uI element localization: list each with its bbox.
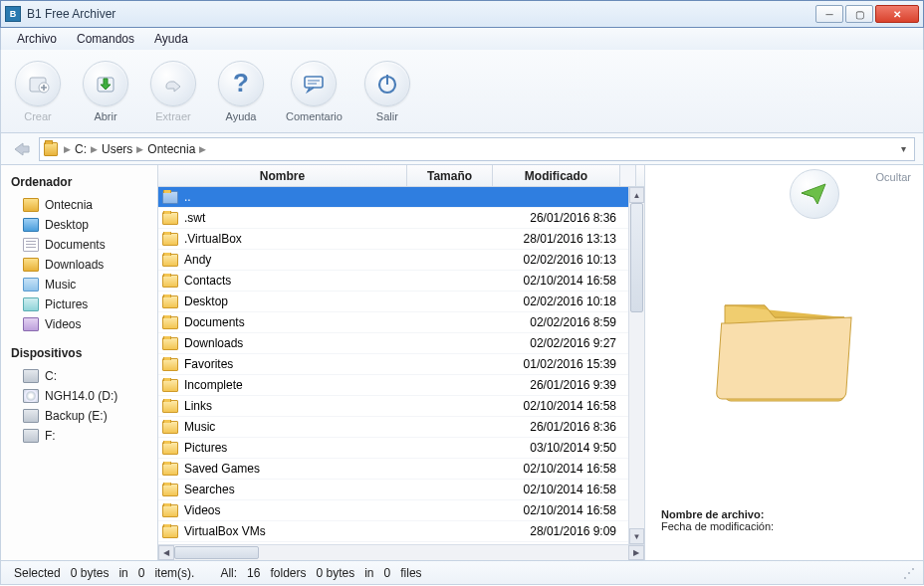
table-row[interactable]: Documents02/02/2016 8:59 (158, 312, 644, 333)
tool-comment[interactable]: Comentario (286, 61, 343, 122)
file-modified: 26/01/2016 8:36 (493, 420, 620, 434)
sidebar-device[interactable]: F: (5, 426, 153, 446)
folder-icon (162, 379, 178, 392)
sidebar: Ordenador OntecniaDesktopDocumentsDownlo… (1, 165, 158, 560)
file-name: Documents (184, 315, 245, 329)
paper-plane-icon (800, 181, 829, 207)
table-row[interactable]: .swt26/01/2016 8:36 (158, 208, 644, 229)
table-row[interactable]: Downloads02/02/2016 9:27 (158, 333, 644, 354)
open-icon (93, 71, 118, 97)
file-modified: 02/10/2014 16:58 (493, 462, 620, 476)
table-row[interactable]: Videos02/10/2014 16:58 (158, 500, 644, 521)
table-row[interactable]: .VirtualBox28/01/2016 13:13 (158, 229, 644, 250)
col-name[interactable]: Nombre (158, 165, 407, 186)
extract-icon (160, 71, 186, 97)
ic-drive-icon (23, 409, 39, 423)
hscroll-thumb[interactable] (174, 546, 259, 559)
scroll-left-icon[interactable]: ◀ (158, 545, 174, 560)
sidebar-device[interactable]: Backup (E:) (5, 406, 153, 426)
scroll-right-icon[interactable]: ▶ (628, 545, 644, 560)
table-row[interactable]: Saved Games02/10/2014 16:58 (158, 459, 644, 480)
breadcrumb-users[interactable]: Users (100, 142, 134, 156)
scroll-thumb[interactable] (630, 203, 643, 312)
maximize-button[interactable]: ▢ (845, 5, 873, 23)
sidebar-item[interactable]: Ontecnia (5, 195, 153, 215)
ic-drive-icon (23, 429, 39, 443)
table-row[interactable]: Favorites01/02/2016 15:39 (158, 354, 644, 375)
hide-link[interactable]: Ocultar (876, 171, 911, 183)
sidebar-item[interactable]: Desktop (5, 215, 153, 235)
table-row[interactable]: Contacts02/10/2014 16:58 (158, 271, 644, 292)
table-headers: Nombre Tamaño Modificado (158, 165, 644, 187)
file-modified: 02/02/2016 10:18 (493, 294, 620, 308)
comment-icon (301, 71, 327, 97)
tool-exit[interactable]: Salir (364, 61, 410, 122)
vertical-scrollbar[interactable]: ▲ ▼ (628, 187, 644, 544)
table-row[interactable]: Andy02/02/2016 10:13 (158, 250, 644, 271)
back-button[interactable] (9, 138, 33, 160)
sidebar-device[interactable]: C: (5, 366, 153, 386)
scroll-down-icon[interactable]: ▼ (629, 528, 644, 544)
menu-commands[interactable]: Comandos (67, 30, 144, 48)
col-mod[interactable]: Modificado (493, 165, 620, 186)
menu-file[interactable]: Archivo (7, 30, 67, 48)
close-button[interactable]: ✕ (875, 5, 919, 23)
sidebar-item-label: Videos (45, 317, 81, 331)
preview-pane: Ocultar Nombre de archivo: Fecha de modi… (644, 165, 923, 560)
ic-cd-icon (23, 389, 39, 403)
file-name: Saved Games (184, 462, 260, 476)
file-modified: 02/10/2014 16:58 (493, 483, 620, 496)
table-row[interactable]: Incomplete26/01/2016 9:39 (158, 375, 644, 396)
folder-icon (162, 191, 178, 204)
table-row[interactable]: Links02/10/2014 16:58 (158, 396, 644, 417)
sidebar-device[interactable]: NGH14.0 (D:) (5, 386, 153, 406)
sidebar-item[interactable]: Videos (5, 314, 153, 334)
preview-info: Nombre de archivo: Fecha de modificación… (661, 508, 911, 532)
sidebar-device-label: NGH14.0 (D:) (45, 389, 117, 403)
file-name: .swt (184, 211, 205, 225)
folder-icon (162, 421, 178, 434)
table-row[interactable]: Searches02/10/2014 16:58 (158, 480, 644, 500)
folder-icon (162, 212, 178, 225)
file-name: Downloads (184, 336, 243, 350)
tool-open[interactable]: Abrir (83, 61, 128, 122)
scroll-up-icon[interactable]: ▲ (629, 187, 644, 203)
file-name: Links (184, 399, 212, 413)
col-size[interactable]: Tamaño (407, 165, 493, 186)
share-button[interactable] (790, 169, 839, 219)
table-row[interactable]: Desktop02/02/2016 10:18 (158, 292, 644, 312)
ic-music-icon (23, 278, 39, 292)
file-name: Desktop (184, 294, 228, 308)
table-row[interactable]: .. (158, 187, 644, 208)
table-row[interactable]: VirtualBox VMs28/01/2016 9:09 (158, 521, 644, 542)
sidebar-item[interactable]: Documents (5, 235, 153, 255)
sidebar-item-label: Downloads (45, 258, 104, 272)
file-modified: 28/01/2016 9:09 (493, 524, 620, 538)
sidebar-header-devices: Dispositivos (5, 342, 153, 366)
resize-grip-icon[interactable]: ⋰ (903, 566, 915, 580)
folder-preview-icon (705, 276, 864, 419)
table-row[interactable]: Music26/01/2016 8:36 (158, 417, 644, 438)
tool-create[interactable]: Crear (15, 61, 61, 122)
breadcrumb[interactable]: ▶ C: ▶ Users ▶ Ontecnia ▶ ▾ (39, 137, 915, 161)
file-name: Searches (184, 483, 235, 496)
breadcrumb-ontecnia[interactable]: Ontecnia (145, 142, 197, 156)
folder-icon (162, 233, 178, 246)
moddate-label: Fecha de modificación: (661, 520, 774, 532)
minimize-button[interactable]: ─ (815, 5, 843, 23)
menu-help[interactable]: Ayuda (144, 30, 198, 48)
sidebar-item[interactable]: Pictures (5, 294, 153, 314)
breadcrumb-drive[interactable]: C: (73, 142, 89, 156)
sidebar-item-label: Ontecnia (45, 198, 93, 212)
table-row[interactable]: Pictures03/10/2014 9:50 (158, 438, 644, 459)
horizontal-scrollbar[interactable]: ◀ ▶ (158, 544, 644, 560)
file-modified: 02/10/2014 16:58 (493, 503, 620, 517)
sidebar-device-label: F: (45, 429, 56, 443)
tool-help[interactable]: ? Ayuda (218, 61, 264, 122)
sidebar-item[interactable]: Music (5, 275, 153, 294)
tool-extract[interactable]: Extraer (150, 61, 196, 122)
file-modified: 01/02/2016 15:39 (493, 357, 620, 371)
sidebar-item[interactable]: Downloads (5, 255, 153, 275)
breadcrumb-dropdown[interactable]: ▾ (897, 143, 910, 154)
file-name: Videos (184, 503, 220, 517)
